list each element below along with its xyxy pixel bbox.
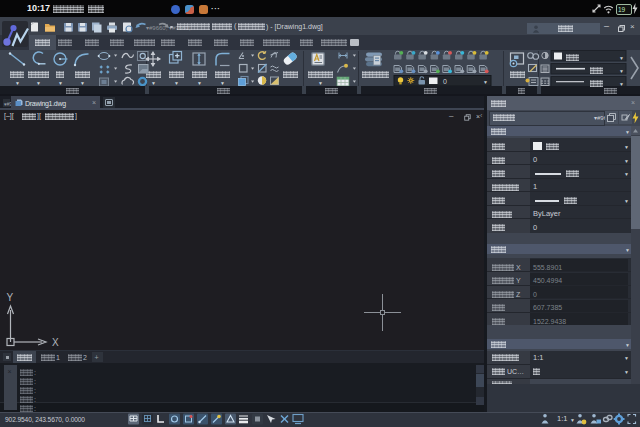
svg-text:Y: Y xyxy=(7,292,14,303)
svg-text:X: X xyxy=(52,337,59,348)
